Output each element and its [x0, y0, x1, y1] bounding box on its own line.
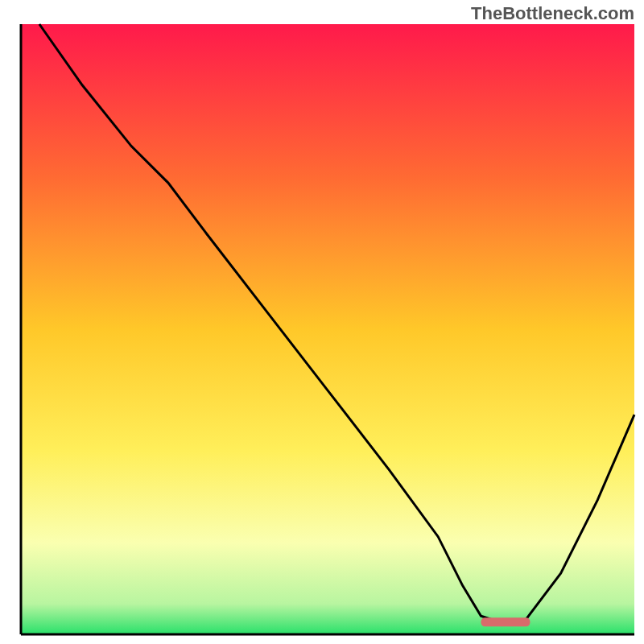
chart-container: TheBottleneck.com — [0, 0, 644, 644]
watermark-text: TheBottleneck.com — [471, 3, 634, 24]
bottleneck-chart — [0, 0, 644, 644]
optimal-range-marker — [481, 617, 530, 626]
plot-background — [21, 24, 634, 634]
